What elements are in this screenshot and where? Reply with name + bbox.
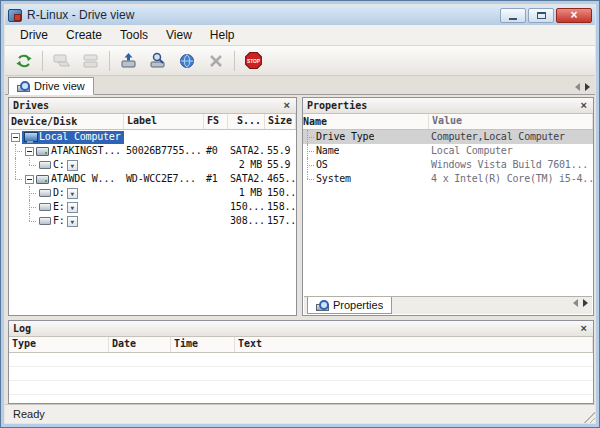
col-type[interactable]: Type [9,337,109,352]
toolbar-separator [42,51,43,71]
view-tab-strip: Drive view [5,76,595,95]
device-size: 158... [265,200,296,214]
tab-properties[interactable]: Properties [307,297,392,314]
property-value: Computer,Local Computer [429,130,593,144]
drives-panel-header[interactable]: Drives × [9,98,296,114]
refresh-button[interactable] [10,48,37,73]
web-help-button[interactable] [173,48,200,73]
device-fs: #0 [204,144,228,158]
properties-column-headers: Name Value [303,114,593,130]
drive-row-d[interactable]: D: ▼ 1 MB 150... [9,186,296,200]
log-column-headers: Type Date Time Text [9,337,593,353]
menu-view[interactable]: View [157,26,201,44]
menu-help[interactable]: Help [201,26,244,44]
chevron-down-icon[interactable]: ▼ [67,188,78,199]
device-name: ATAKINGST... [51,144,121,158]
drive-row-c[interactable]: C: ▼ 2 MB 55.9 ... [9,158,296,172]
tab-nav [575,83,595,94]
collapse-icon[interactable] [25,175,34,184]
collapse-icon[interactable] [11,133,20,142]
drive-row-local-computer[interactable]: Local Computer [9,130,296,144]
log-panel-title: Log [13,323,31,334]
chevron-down-icon[interactable]: ▼ [67,202,78,213]
property-row-drive-type[interactable]: Drive Type Computer,Local Computer [303,130,593,144]
title-bar[interactable]: R-Linux - Drive view × [5,5,595,25]
property-row-name[interactable]: Name Local Computer [303,144,593,158]
menu-drive[interactable]: Drive [11,26,57,44]
col-name[interactable]: Name [303,114,429,129]
scroll-right-icon[interactable] [585,83,590,91]
refresh-icon [15,52,33,70]
app-icon [8,9,22,22]
status-bar: Ready [5,404,595,423]
log-panel-header[interactable]: Log × [9,321,593,337]
properties-panel-header[interactable]: Properties × [303,98,593,114]
col-value[interactable]: Value [429,114,593,129]
property-row-os[interactable]: OS Windows Vista Build 7601... [303,158,593,172]
minimize-button[interactable] [500,8,526,23]
close-button[interactable]: × [556,8,592,23]
col-fs[interactable]: FS [204,114,228,129]
device-size: 157... [265,214,296,228]
close-log-panel-icon[interactable]: × [579,323,589,334]
stop-button[interactable]: STOP [240,48,267,73]
tab-drive-view[interactable]: Drive view [8,77,94,95]
selection-highlight: Local Computer [22,131,124,144]
device-fs [204,186,228,200]
tree-connector [11,172,23,186]
maximize-button[interactable] [528,8,554,23]
scroll-right-icon[interactable] [583,299,588,307]
close-properties-panel-icon[interactable]: × [579,100,589,111]
partition-icon [39,203,51,211]
drive-row-disk0[interactable]: ATAKINGST... 50026B7755... #0 SATA2... 5… [9,144,296,158]
device-name: ATAWDC W... [51,172,115,186]
properties-tab-icon [316,300,329,311]
col-device-disk[interactable]: Device/Disk [9,114,124,129]
col-start[interactable]: S... [228,114,265,129]
property-row-system[interactable]: System 4 x Intel(R) Core(TM) i5-4... [303,172,593,186]
collapse-icon[interactable] [25,147,34,156]
col-text[interactable]: Text [235,337,593,352]
chevron-down-icon[interactable]: ▼ [67,216,78,227]
drive-row-f[interactable]: F: ▼ 308... 157... [9,214,296,228]
drive-row-disk1[interactable]: ATAWDC W... WD-WCC2E7... #1 SATA2... 465… [9,172,296,186]
menu-create[interactable]: Create [57,26,111,44]
device-fs: #1 [204,172,228,186]
scroll-left-icon[interactable] [573,299,578,307]
properties-tab-bar: Properties [304,296,592,314]
chevron-down-icon[interactable]: ▼ [67,160,78,171]
col-size[interactable]: Size [265,114,296,129]
col-label[interactable]: Label [124,114,204,129]
col-time[interactable]: Time [171,337,235,352]
create-image-button[interactable] [77,48,104,73]
menu-tools[interactable]: Tools [111,26,157,44]
device-label: WD-WCC2E7... [124,172,204,186]
open-image-icon [120,52,138,70]
open-image-button[interactable] [115,48,142,73]
close-drives-panel-icon[interactable]: × [282,100,292,111]
window-controls: × [500,8,592,23]
device-fs [204,158,228,172]
property-name: OS [316,158,328,172]
log-empty-row [9,367,593,381]
drive-row-e[interactable]: E: ▼ 150... 158... [9,200,296,214]
resize-grip[interactable] [582,410,595,423]
partition-icon [39,217,51,225]
stop-icon: STOP [244,51,263,70]
scan-button[interactable] [144,48,171,73]
scroll-left-icon[interactable] [575,83,580,91]
remove-device-button[interactable] [202,48,229,73]
device-size: 55.9 ... [265,144,296,158]
device-label: 50026B7755... [124,144,204,158]
minimize-icon [509,18,517,20]
col-date[interactable]: Date [109,337,171,352]
hard-disk-icon [36,175,49,184]
app-window: R-Linux - Drive view × Drive Create Tool… [0,0,600,428]
device-start: SATA2... [228,172,265,186]
device-name: D: [53,186,65,200]
toolbar: STOP [5,46,595,76]
tree-spacer [11,200,23,214]
tab-label: Drive view [34,80,85,92]
open-drive-files-button[interactable] [48,48,75,73]
device-size [265,130,296,144]
